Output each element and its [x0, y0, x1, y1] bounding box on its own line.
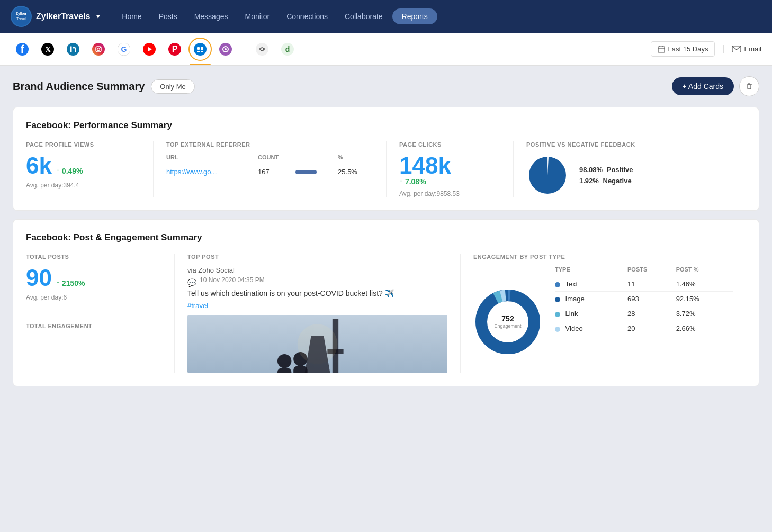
pct-cell: 92.15% [676, 292, 733, 306]
svg-rect-44 [293, 366, 307, 373]
pct-cell: 3.72% [676, 306, 733, 321]
type-cell: Link [555, 306, 627, 321]
type-cell: Text [555, 277, 627, 292]
donut-center: 752 Engagement [494, 314, 521, 329]
svg-text:d: d [285, 45, 290, 53]
d-icon-btn[interactable]: d [276, 38, 299, 61]
top-post-section-label: TOP POST [187, 254, 447, 260]
nav-reports[interactable]: Reports [392, 8, 437, 24]
facebook-icon-btn[interactable] [11, 38, 34, 61]
svg-text:Travel: Travel [16, 17, 26, 20]
col-posts: POSTS [627, 266, 676, 277]
table-row: Video 20 2.66% [555, 321, 733, 336]
twitter-icon-btn[interactable]: 𝕏 [36, 38, 59, 61]
delete-button[interactable] [739, 76, 759, 96]
page-profile-views-section: PAGE PROFILE VIEWS 6k ↑ 0.49% Avg. per d… [26, 141, 153, 197]
page-content: Brand Audience Summary Only Me + Add Car… [0, 66, 772, 405]
brand-audience-header: Brand Audience Summary Only Me + Add Car… [13, 76, 759, 96]
email-label: Email [744, 45, 761, 53]
type-cell: Image [555, 292, 627, 306]
ref-url-link[interactable]: https://www.go... [166, 168, 217, 176]
engagement-summary-card: Facebook: Post & Engagement Summary TOTA… [13, 219, 759, 386]
engagement-type-table-wrap: TYPE POSTS POST % Text 11 1.46% Image 69… [555, 266, 733, 336]
brand-header-right: + Add Cards [672, 76, 759, 96]
ref-pct: 25.5% [338, 165, 373, 179]
add-cards-button[interactable]: + Add Cards [672, 77, 734, 95]
instagram-icon-btn[interactable] [87, 38, 110, 61]
nav-messages[interactable]: Messages [187, 8, 236, 25]
feedback-pie-chart [526, 154, 569, 196]
ref-col-url: URL [166, 154, 258, 165]
svg-text:G: G [121, 45, 127, 53]
total-posts-label: TOTAL POSTS [26, 254, 161, 260]
top-post-time-row: 💬 10 Nov 2020 04:35 PM [187, 276, 447, 289]
negative-pct: 1.92% [579, 177, 599, 185]
referrer-table: URL COUNT % https://www.go... 167 25.5% [166, 154, 373, 179]
perf-card-title: Facebook: Performance Summary [26, 120, 746, 131]
negative-label: Negative [603, 177, 632, 185]
svg-point-0 [12, 7, 31, 26]
type-dot [555, 297, 560, 302]
posts-cell: 11 [627, 277, 676, 292]
posts-cell: 693 [627, 292, 676, 306]
svg-rect-35 [748, 85, 751, 89]
top-post-via: via Zoho Social [187, 266, 447, 274]
total-posts-value: 90 [26, 266, 52, 290]
svg-point-12 [100, 47, 101, 48]
pinterest-icon-btn[interactable]: P [163, 38, 186, 61]
date-filter[interactable]: Last 15 Days [651, 41, 715, 57]
visibility-button[interactable]: Only Me [151, 79, 194, 94]
svg-text:Zylker: Zylker [16, 12, 27, 16]
svg-rect-30 [658, 47, 665, 52]
pct-cell: 2.66% [676, 321, 733, 336]
donut-total: 752 [494, 314, 521, 323]
svg-rect-21 [201, 47, 203, 50]
pct-cell: 1.46% [676, 277, 733, 292]
nav-home[interactable]: Home [114, 8, 149, 25]
svg-point-41 [277, 354, 291, 368]
top-post-text: Tell us which destination is on your pos… [187, 289, 447, 297]
linkedin-icon-btn[interactable] [61, 38, 85, 61]
type-dot [555, 312, 560, 317]
page-clicks-label: PAGE CLICKS [399, 141, 500, 148]
social-bar: 𝕏 G P d Last 15 Days Em [0, 33, 772, 66]
social-bar-separator [244, 41, 244, 57]
google-icon-btn[interactable]: G [112, 38, 136, 61]
chain-icon-btn[interactable] [250, 38, 274, 61]
nav-collaborate[interactable]: Collaborate [337, 8, 390, 25]
top-referrer-section: TOP EXTERNAL REFERRER URL COUNT % https:… [153, 141, 386, 197]
email-button[interactable]: Email [723, 45, 761, 53]
svg-rect-20 [197, 47, 200, 50]
page-clicks-section: PAGE CLICKS 148k ↑ 7.08% Avg. per day:98… [386, 141, 513, 197]
engage-grid: TOTAL POSTS 90 ↑ 2150% Avg. per day:6 TO… [26, 254, 746, 373]
nav-monitor[interactable]: Monitor [237, 8, 277, 25]
profile-views-label: PAGE PROFILE VIEWS [26, 141, 140, 148]
profile-views-change: ↑ 0.49% [56, 167, 83, 175]
youtube-icon-btn[interactable] [138, 38, 161, 61]
engagement-type-table: TYPE POSTS POST % Text 11 1.46% Image 69… [555, 266, 733, 336]
brand-logo: Zylker Travel [11, 6, 32, 27]
total-posts-change: ↑ 2150% [56, 279, 85, 287]
social-bar-right: Last 15 Days Email [651, 41, 761, 57]
profile-views-value: 6k [26, 154, 52, 177]
zoho-social-icon-btn[interactable] [188, 38, 212, 61]
svg-rect-8 [70, 46, 72, 48]
brand-logo-area[interactable]: Zylker Travel ZylkerTravels ▾ [11, 6, 100, 27]
table-row: Image 693 92.15% [555, 292, 733, 306]
feedback-label: POSITIVE VS NEGATIVE FEEDBACK [526, 141, 733, 148]
donut-wrap: 752 Engagement TYPE POSTS POST % [473, 266, 733, 356]
svg-rect-23 [201, 51, 203, 52]
positive-label: Positive [607, 166, 633, 174]
ref-col-count: COUNT [258, 154, 295, 165]
svg-point-27 [256, 43, 268, 56]
nav-posts[interactable]: Posts [151, 8, 185, 25]
nav-connections[interactable]: Connections [279, 8, 335, 25]
referrer-label: TOP EXTERNAL REFERRER [166, 141, 373, 148]
ref-col-pct2: % [338, 154, 373, 165]
total-engagement-label: TOTAL ENGAGEMENT [26, 323, 161, 329]
social-extra1-icon-btn[interactable] [214, 38, 237, 61]
top-post-time: 10 Nov 2020 04:35 PM [200, 276, 265, 284]
table-row: https://www.go... 167 25.5% [166, 165, 373, 179]
svg-point-26 [225, 48, 227, 50]
table-row: Text 11 1.46% [555, 277, 733, 292]
